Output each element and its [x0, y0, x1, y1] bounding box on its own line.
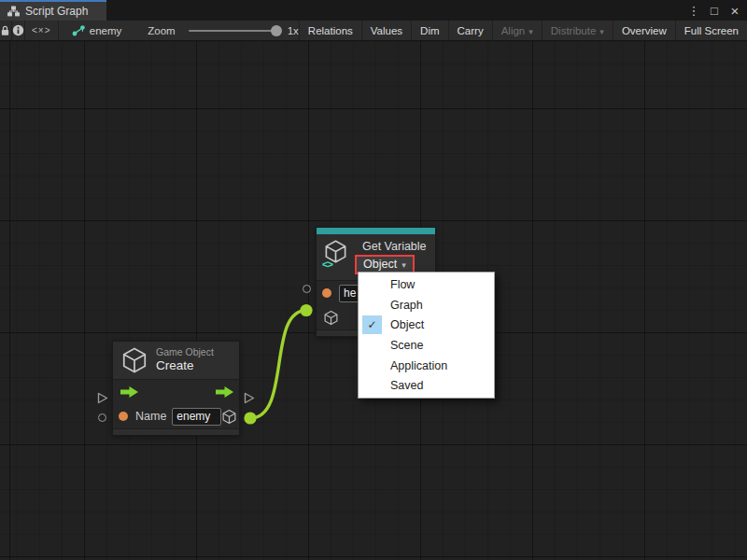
name-value-field[interactable] — [172, 408, 221, 426]
create-node-category: Game Object — [156, 346, 214, 358]
carry-button[interactable]: Carry — [449, 21, 493, 40]
menu-item-scene[interactable]: Scene — [359, 335, 494, 356]
align-dropdown-button: Align▾ — [493, 21, 543, 40]
create-node[interactable]: Game Object Create Name — [113, 342, 239, 435]
graph-toolbar: <×> enemy Zoom 1x Relations Values Dim C… — [0, 21, 747, 41]
tab-title: Script Graph — [25, 5, 88, 18]
menu-item-saved[interactable]: Saved — [359, 375, 494, 396]
title-bar: Script Graph ⋮ □ × — [0, 0, 747, 21]
more-menu-icon[interactable]: ⋮ — [685, 1, 702, 20]
dim-button[interactable]: Dim — [412, 21, 448, 40]
game-object-output-icon[interactable] — [221, 409, 237, 425]
create-node-body: Name — [113, 379, 239, 428]
create-node-header: Game Object Create — [113, 342, 239, 379]
chevron-down-icon: ▾ — [529, 27, 533, 36]
target-object-port-icon[interactable] — [323, 310, 339, 326]
get-variable-accent-strip — [317, 228, 435, 234]
menu-item-graph[interactable]: Graph — [359, 295, 494, 315]
graph-name: enemy — [90, 25, 122, 36]
graph-canvas[interactable]: Game Object Create Name — [0, 41, 747, 560]
values-button[interactable]: Values — [362, 21, 412, 40]
zoom-slider[interactable] — [189, 30, 276, 32]
info-icon — [12, 24, 24, 36]
zoom-label: Zoom — [148, 25, 175, 36]
fullscreen-button[interactable]: Full Screen — [676, 21, 747, 40]
close-icon[interactable]: × — [726, 1, 743, 20]
chevron-down-icon: ▾ — [599, 27, 604, 36]
zoom-slider-handle[interactable] — [271, 25, 282, 36]
get-variable-title: Get Variable — [362, 240, 427, 253]
zoom-value: 1x — [288, 25, 299, 36]
chevron-down-icon: ▾ — [402, 260, 406, 270]
code-brackets-icon: <> — [322, 259, 332, 270]
flow-out-arrow-icon[interactable] — [216, 386, 233, 398]
flow-in-port[interactable] — [97, 392, 108, 404]
variable-scope-context-menu: Flow Graph ✓ Object Scene Application Sa… — [358, 272, 495, 399]
lock-button[interactable] — [0, 21, 12, 40]
create-node-footer — [113, 428, 239, 435]
create-output-port-dot — [244, 412, 256, 424]
variable-name-port[interactable] — [322, 288, 331, 298]
create-node-title: Create — [156, 358, 214, 374]
zoom-control: Zoom 1x — [121, 21, 299, 40]
name-input-port[interactable] — [119, 412, 128, 421]
game-object-cube-icon — [120, 346, 148, 374]
menu-item-object[interactable]: ✓ Object — [359, 315, 494, 335]
distribute-dropdown-button: Distribute▾ — [543, 21, 613, 40]
overview-button[interactable]: Overview — [613, 21, 676, 40]
name-port-row: Name — [113, 404, 239, 428]
code-icon: <×> — [32, 25, 51, 35]
info-button[interactable] — [12, 21, 25, 40]
script-graph-window: Script Graph ⋮ □ × <×> — [0, 0, 747, 560]
get-variable-input-port-dot — [300, 304, 312, 316]
code-preview-button[interactable]: <×> — [25, 21, 59, 40]
window-controls: ⋮ □ × — [685, 0, 743, 21]
graph-node-icon — [72, 25, 85, 36]
variable-cube-icon: <> — [323, 239, 348, 267]
lock-icon — [0, 25, 10, 36]
check-icon: ✓ — [362, 315, 382, 334]
flow-out-port[interactable] — [244, 392, 255, 404]
tab-script-graph[interactable]: Script Graph — [0, 0, 106, 21]
script-graph-icon — [7, 6, 20, 17]
variable-name-port-outer[interactable] — [303, 285, 311, 293]
name-port-label: Name — [135, 410, 166, 423]
graph-selector-button[interactable]: enemy — [59, 21, 122, 40]
relations-button[interactable]: Relations — [300, 21, 362, 40]
name-port-outer[interactable] — [98, 413, 106, 422]
menu-item-application[interactable]: Application — [359, 356, 494, 376]
menu-item-flow[interactable]: Flow — [359, 274, 494, 295]
flow-port-row — [113, 380, 239, 404]
toolbar-buttons: Relations Values Dim Carry Align▾ Distri… — [299, 21, 747, 40]
maximize-icon[interactable]: □ — [706, 1, 723, 20]
flow-in-arrow-icon[interactable] — [120, 386, 138, 398]
